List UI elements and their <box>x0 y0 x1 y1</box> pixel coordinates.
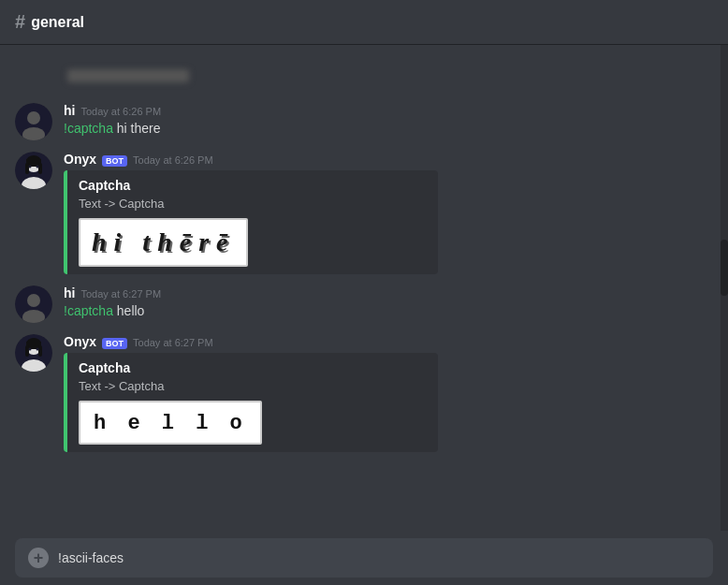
username-onyx2: Onyx <box>64 334 96 349</box>
timestamp-bot2: Today at 6:27 PM <box>133 337 213 348</box>
message-text-user2: !captcha hello <box>64 302 713 320</box>
captcha-image-hi: hi thērē <box>79 218 248 267</box>
avatar-onyx2 <box>15 334 52 372</box>
message-meta-bot2: Onyx BOT Today at 6:27 PM <box>64 334 713 349</box>
svg-point-13 <box>27 294 40 307</box>
embed-hi-there: Captcha Text -> Captcha hi thērē <box>64 170 438 274</box>
channel-header: # general <box>0 0 728 45</box>
message-meta-bot1: Onyx BOT Today at 6:26 PM <box>64 152 713 167</box>
captcha-text-hi: hi thērē <box>92 227 235 256</box>
blurred-message <box>0 52 728 99</box>
message-group-bot2: Onyx BOT Today at 6:27 PM Captcha Text -… <box>0 330 728 456</box>
messages-container: hi Today at 6:26 PM !captcha hi there <box>0 45 728 467</box>
bot-badge2: BOT <box>102 338 127 349</box>
embed-hello: Captcha Text -> Captcha h e l l o <box>64 353 438 452</box>
embed-desc: Text -> Captcha <box>79 197 427 211</box>
svg-rect-20 <box>25 345 29 357</box>
svg-point-10 <box>29 166 32 168</box>
svg-point-11 <box>36 166 39 168</box>
channel-name: general <box>31 14 84 31</box>
captcha-image-hello: h e l l o <box>79 401 262 445</box>
message-meta-user2: hi Today at 6:27 PM <box>64 285 713 300</box>
command-part2: !captcha <box>64 303 113 318</box>
scrollbar-track[interactable] <box>721 45 728 531</box>
message-input[interactable]: !ascii-faces <box>58 550 700 565</box>
svg-point-22 <box>29 348 32 351</box>
username-onyx1: Onyx <box>64 152 96 167</box>
timestamp-user2: Today at 6:27 PM <box>80 288 161 300</box>
message-group-user2: hi Today at 6:27 PM !captcha hello <box>0 282 728 327</box>
bot-badge: BOT <box>102 155 127 167</box>
message-content-user2: hi Today at 6:27 PM !captcha hello <box>64 285 713 320</box>
channel-hash-icon: # <box>15 11 25 33</box>
command-part: !captcha <box>64 121 113 136</box>
command-args: hi there <box>113 121 161 136</box>
message-meta: hi Today at 6:26 PM <box>64 103 713 118</box>
input-bar: + !ascii-faces <box>15 538 713 578</box>
username: hi <box>64 103 75 118</box>
embed-desc2: Text -> Captcha <box>79 379 427 393</box>
captcha-text-hello: h e l l o <box>94 412 247 435</box>
svg-point-23 <box>36 348 39 351</box>
timestamp-bot1: Today at 6:26 PM <box>133 154 213 166</box>
embed-title: Captcha <box>79 178 427 193</box>
message-content-bot1: Onyx BOT Today at 6:26 PM Captcha Text -… <box>64 152 713 274</box>
avatar-user2 <box>15 285 52 323</box>
scrollbar-thumb[interactable] <box>721 240 728 296</box>
avatar-onyx1 <box>15 152 52 189</box>
avatar <box>15 103 52 140</box>
message-group-bot1: Onyx BOT Today at 6:26 PM Captcha Text -… <box>0 148 728 278</box>
messages-area: hi Today at 6:26 PM !captcha hi there <box>0 45 728 531</box>
command-args2: hello <box>113 303 144 318</box>
message-content-bot2: Onyx BOT Today at 6:27 PM Captcha Text -… <box>64 334 713 452</box>
svg-rect-21 <box>38 345 42 357</box>
add-attachment-button[interactable]: + <box>28 548 49 568</box>
message-text: !captcha hi there <box>64 120 713 138</box>
svg-rect-9 <box>38 163 42 174</box>
svg-rect-8 <box>25 163 29 174</box>
username-user2: hi <box>64 285 75 300</box>
embed-title2: Captcha <box>79 360 427 375</box>
timestamp: Today at 6:26 PM <box>80 106 161 117</box>
message-content: hi Today at 6:26 PM !captcha hi there <box>64 103 713 138</box>
blurred-content <box>67 69 189 82</box>
svg-point-1 <box>27 111 40 124</box>
message-group: hi Today at 6:26 PM !captcha hi there <box>0 99 728 144</box>
